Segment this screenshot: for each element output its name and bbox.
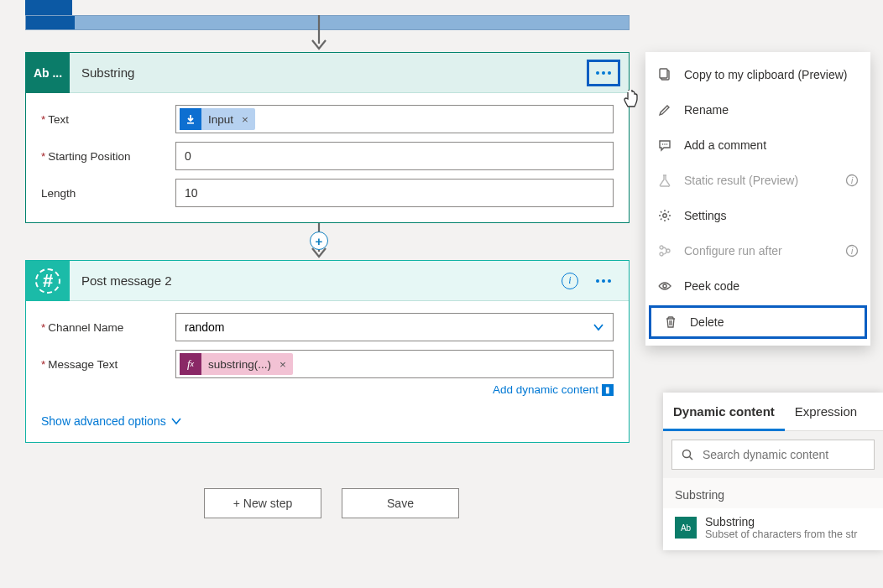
svg-point-11	[662, 143, 664, 145]
menu-label: Delete	[690, 315, 724, 329]
svg-rect-10	[660, 69, 667, 78]
menu-label: Settings	[684, 209, 727, 222]
svg-point-17	[660, 246, 663, 249]
svg-point-22	[663, 284, 666, 288]
svg-text:i: i	[851, 247, 854, 256]
add-dynamic-content-link[interactable]: Add dynamic content▮	[41, 383, 614, 396]
gear-icon	[657, 208, 672, 223]
menu-label: Peek code	[684, 279, 739, 293]
tab-dynamic-content[interactable]: Dynamic content	[663, 393, 785, 431]
clipboard-icon	[657, 67, 672, 82]
menu-static-result: Static result (Preview) i	[645, 163, 870, 198]
connector-arrow: +	[0, 223, 638, 260]
flask-icon	[657, 173, 672, 188]
menu-configure-run-after: Configure run after i	[645, 233, 870, 268]
token-remove[interactable]: ×	[240, 113, 255, 126]
starting-position-input[interactable]: 0	[175, 142, 614, 170]
card-menu-button[interactable]	[587, 268, 620, 294]
text-input[interactable]: Input ×	[175, 105, 614, 133]
card-substring: Ab ... Substring *Text	[25, 52, 630, 223]
menu-delete[interactable]: Delete	[649, 305, 867, 339]
result-subtitle: Subset of characters from the str	[705, 528, 857, 540]
svg-point-13	[666, 143, 668, 145]
token-input[interactable]: Input ×	[180, 108, 255, 130]
svg-point-7	[602, 279, 605, 283]
new-step-button[interactable]: + New step	[204, 488, 321, 518]
dyn-badge-icon: ▮	[602, 384, 614, 396]
length-input[interactable]: 10	[175, 179, 614, 207]
token-label: Input	[201, 113, 240, 126]
context-menu: Copy to my clipboard (Preview) Rename Ad…	[645, 52, 870, 346]
field-label-length: Length	[41, 187, 175, 200]
svg-point-1	[596, 71, 599, 75]
svg-line-24	[690, 457, 693, 461]
chevron-down-icon	[593, 323, 604, 331]
search-input[interactable]	[703, 448, 865, 461]
svg-point-16	[663, 214, 666, 217]
card-header[interactable]: # Post message 2 i	[26, 261, 629, 301]
token-icon	[180, 108, 201, 130]
dyn-category: Substring	[663, 478, 883, 508]
menu-copy-clipboard[interactable]: Copy to my clipboard (Preview)	[645, 57, 870, 92]
show-advanced-link[interactable]: Show advanced options	[41, 414, 181, 428]
fx-icon: fx	[180, 353, 201, 375]
menu-peek-code[interactable]: Peek code	[645, 268, 870, 304]
result-icon-ab: Ab	[675, 517, 697, 539]
card-body: *Channel Name random *Message Text fx	[26, 301, 629, 442]
chevron-down-icon	[171, 418, 181, 425]
connector-arrow	[0, 15, 638, 52]
card-header[interactable]: Ab ... Substring	[26, 53, 629, 93]
info-icon: i	[845, 174, 859, 187]
menu-settings[interactable]: Settings	[645, 198, 870, 233]
field-label-start: *Starting Position	[41, 150, 175, 163]
comment-icon	[657, 138, 672, 153]
card-menu-button[interactable]	[587, 60, 620, 86]
svg-point-23	[683, 450, 691, 458]
field-label-message: *Message Text	[41, 358, 175, 371]
flow-canvas: Ab ... Substring *Text	[0, 15, 638, 518]
info-icon: i	[845, 244, 859, 258]
channel-value: random	[185, 320, 224, 334]
trash-icon	[663, 315, 678, 330]
menu-add-comment[interactable]: Add a comment	[645, 127, 870, 163]
branch-icon	[657, 243, 672, 258]
footer-buttons: + New step Save	[0, 488, 663, 518]
action-icon-ab: Ab ...	[26, 53, 70, 93]
svg-rect-4	[187, 122, 194, 124]
action-icon-hash: #	[26, 261, 70, 301]
menu-label: Add a comment	[684, 138, 766, 152]
search-icon	[681, 448, 694, 461]
ellipsis-icon	[595, 278, 612, 284]
arrow-down-icon	[310, 15, 328, 52]
token-remove[interactable]: ×	[278, 358, 293, 371]
field-label-channel: *Channel Name	[41, 321, 175, 334]
card-title: Post message 2	[81, 273, 172, 288]
menu-label: Copy to my clipboard (Preview)	[684, 68, 848, 81]
tab-expression[interactable]: Expression	[785, 393, 867, 430]
svg-point-18	[660, 252, 663, 256]
svg-point-3	[608, 71, 611, 75]
svg-point-6	[596, 279, 599, 283]
menu-label: Static result (Preview)	[684, 174, 798, 187]
field-label-text: *Text	[41, 113, 175, 126]
save-button[interactable]: Save	[342, 488, 459, 518]
menu-rename[interactable]: Rename	[645, 92, 870, 127]
pencil-icon	[657, 102, 672, 117]
svg-point-8	[608, 279, 611, 283]
dyn-tabs: Dynamic content Expression	[663, 393, 883, 431]
svg-point-12	[664, 143, 666, 145]
eye-icon	[657, 278, 672, 294]
svg-point-2	[602, 71, 605, 75]
card-body: *Text Input × *Starting Position	[26, 93, 629, 222]
card-post-message: # Post message 2 i *Channel Name random	[25, 260, 630, 443]
channel-select[interactable]: random	[175, 313, 614, 341]
menu-label: Rename	[684, 103, 729, 117]
result-title: Substring	[705, 515, 857, 528]
dyn-result-item[interactable]: Ab Substring Subset of characters from t…	[663, 508, 883, 550]
token-substring[interactable]: fx substring(...) ×	[180, 353, 293, 375]
dyn-search-box[interactable]	[671, 440, 875, 470]
info-icon[interactable]: i	[562, 273, 578, 289]
add-step-button[interactable]: +	[310, 232, 328, 250]
dynamic-content-panel: Dynamic content Expression Substring Ab …	[663, 393, 883, 550]
message-text-input[interactable]: fx substring(...) ×	[175, 350, 614, 378]
